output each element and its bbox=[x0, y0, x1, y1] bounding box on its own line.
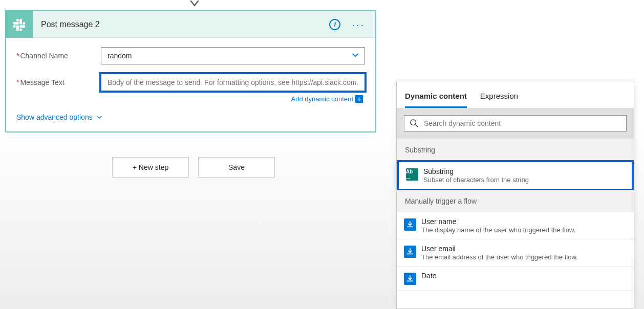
action-card: Post message 2 i ··· Channel Name random… bbox=[5, 10, 376, 133]
trigger-icon bbox=[404, 218, 416, 231]
new-step-button[interactable]: + New step bbox=[112, 157, 189, 178]
message-text-input[interactable] bbox=[101, 74, 365, 91]
action-header[interactable]: Post message 2 i ··· bbox=[6, 11, 375, 38]
search-icon bbox=[410, 119, 419, 128]
slack-icon bbox=[6, 11, 33, 38]
search-input[interactable] bbox=[424, 119, 621, 127]
add-dynamic-label: Add dynamic content bbox=[291, 95, 353, 103]
save-button[interactable]: Save bbox=[198, 157, 275, 178]
section-header: Substring bbox=[397, 139, 634, 161]
svg-line-1 bbox=[416, 125, 418, 127]
dynamic-content-flyout: Dynamic content Expression Substring Ab … bbox=[396, 81, 634, 309]
search-box[interactable] bbox=[404, 115, 627, 131]
svg-point-0 bbox=[411, 120, 416, 125]
channel-name-select[interactable]: random bbox=[101, 47, 365, 64]
trigger-icon bbox=[404, 246, 416, 258]
item-desc: The email address of the user who trigge… bbox=[421, 253, 627, 261]
item-desc: Subset of characters from the string bbox=[423, 176, 625, 184]
action-title: Post message 2 bbox=[33, 20, 329, 29]
advanced-label: Show advanced options bbox=[16, 113, 93, 121]
tab-expression[interactable]: Expression bbox=[480, 86, 518, 108]
plus-icon: + bbox=[355, 95, 363, 103]
item-desc: The display name of the user who trigger… bbox=[421, 226, 627, 234]
list-item-user-email[interactable]: User email The email address of the user… bbox=[397, 239, 634, 267]
more-icon[interactable]: ··· bbox=[352, 23, 365, 27]
dynamic-content-list[interactable]: Substring Ab ... Substring Subset of cha… bbox=[397, 139, 634, 308]
message-text-label: Message Text bbox=[16, 78, 101, 86]
channel-name-label: Channel Name bbox=[16, 52, 101, 60]
list-item-date[interactable]: Date bbox=[397, 267, 634, 291]
info-icon[interactable]: i bbox=[329, 19, 340, 30]
section-header: Manually trigger a flow bbox=[397, 190, 634, 212]
add-dynamic-content-link[interactable]: Add dynamic content + bbox=[16, 95, 365, 103]
variable-icon: Ab ... bbox=[406, 168, 418, 181]
item-title: Date bbox=[421, 272, 627, 280]
trigger-icon bbox=[404, 273, 416, 285]
tab-dynamic-content[interactable]: Dynamic content bbox=[405, 86, 467, 108]
show-advanced-options[interactable]: Show advanced options bbox=[16, 113, 365, 121]
list-item-user-name[interactable]: User name The display name of the user w… bbox=[397, 212, 634, 239]
list-item-substring[interactable]: Ab ... Substring Subset of characters fr… bbox=[397, 160, 634, 191]
item-title: User name bbox=[421, 217, 627, 226]
item-title: Substring bbox=[423, 167, 625, 175]
item-title: User email bbox=[421, 245, 627, 253]
chevron-down-icon bbox=[96, 114, 103, 121]
